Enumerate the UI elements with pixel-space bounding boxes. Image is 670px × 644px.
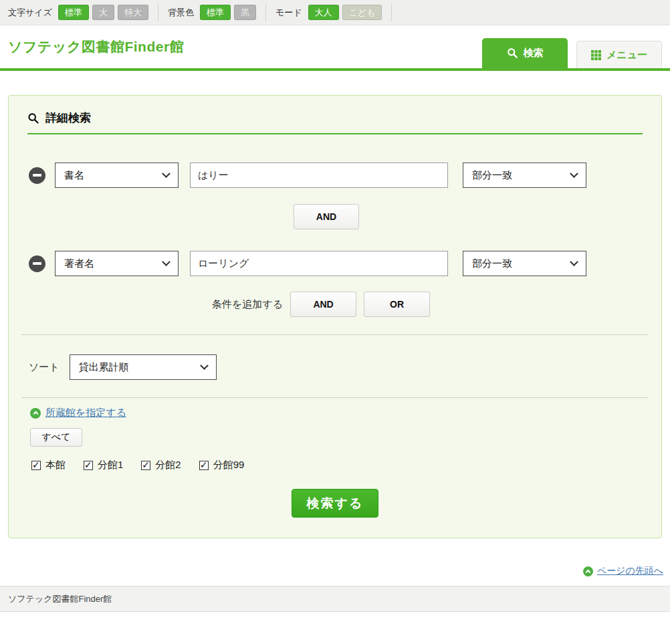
field-select-2-value: 著者名: [64, 257, 94, 270]
library-toggle-link[interactable]: 所蔵館を指定する: [45, 407, 126, 419]
collapse-up-icon: [30, 408, 41, 419]
keyword-input-2[interactable]: [190, 251, 448, 276]
condition-row-1: 書名 部分一致: [29, 163, 649, 188]
checkbox-checked-icon[interactable]: [141, 461, 150, 470]
add-and-button[interactable]: AND: [290, 292, 356, 317]
divider: [22, 334, 648, 335]
checkbox-checked-icon[interactable]: [84, 461, 93, 470]
library-label: 分館99: [213, 459, 245, 471]
header-tabs: 検索 メニュー: [482, 38, 662, 68]
field-select-1-value: 書名: [64, 169, 84, 182]
library-label: 分館1: [98, 459, 123, 471]
match-select-1[interactable]: 部分一致: [463, 163, 586, 188]
library-label: 分館2: [155, 459, 181, 471]
library-checkbox-bunkan2[interactable]: 分館2: [141, 459, 181, 471]
library-checkboxes-row: 本館 分館1 分館2 分館99: [31, 459, 649, 471]
sort-select-value: 貸出累計順: [79, 361, 129, 374]
checkbox-checked-icon[interactable]: [199, 461, 209, 470]
bottom-spacer: [0, 612, 670, 644]
field-select-1[interactable]: 書名: [55, 163, 179, 188]
panel-title: 詳細検索: [45, 110, 91, 126]
library-toggle-row: 所蔵館を指定する: [30, 407, 649, 419]
chevron-down-icon: [162, 169, 171, 178]
tab-menu-label: メニュー: [606, 49, 647, 62]
add-condition-row: 条件を追加する AND OR: [212, 292, 649, 317]
remove-condition-icon[interactable]: [29, 167, 45, 184]
sort-select[interactable]: 貸出累計順: [70, 354, 217, 380]
font-size-xlarge-button[interactable]: 特大: [118, 5, 148, 20]
font-size-large-button[interactable]: 大: [92, 5, 114, 20]
search-submit-row: 検索する: [21, 489, 649, 518]
library-checkbox-honkan[interactable]: 本館: [31, 459, 66, 471]
tab-search-label: 検索: [524, 47, 544, 60]
match-select-2[interactable]: 部分一致: [463, 251, 586, 276]
connector-and-button[interactable]: AND: [294, 204, 359, 229]
mode-label: モード: [275, 7, 302, 19]
match-select-1-value: 部分一致: [472, 169, 512, 182]
accessibility-toolbar: 文字サイズ 標準 大 特大 背景色 標準 黒 モード 大人 こども: [0, 0, 670, 25]
chevron-down-icon: [162, 257, 171, 266]
background-color-group: 背景色 標準 黒: [168, 5, 256, 20]
add-condition-label: 条件を追加する: [212, 298, 283, 311]
chevron-down-icon: [570, 169, 578, 178]
toolbar-separator: [158, 3, 158, 21]
mode-kids-button[interactable]: こども: [342, 5, 382, 20]
field-select-2[interactable]: 著者名: [55, 251, 179, 276]
library-checkbox-bunkan1[interactable]: 分館1: [84, 459, 123, 471]
bg-black-button[interactable]: 黒: [234, 5, 256, 20]
background-color-label: 背景色: [168, 7, 194, 19]
library-label: 本館: [45, 459, 66, 471]
site-footer: ソフテック図書館Finder館: [0, 586, 670, 612]
font-size-label: 文字サイズ: [8, 7, 52, 19]
advanced-search-panel: 詳細検索 書名 部分一致 AND 著者名 部: [8, 95, 662, 538]
page-top-link[interactable]: ページの先頭へ: [597, 565, 663, 577]
remove-condition-icon[interactable]: [29, 255, 45, 272]
toolbar-separator: [391, 3, 392, 21]
footer-site-name: ソフテック図書館Finder館: [8, 593, 112, 605]
checkbox-checked-icon[interactable]: [31, 461, 41, 470]
font-size-group: 文字サイズ 標準 大 特大: [8, 5, 148, 20]
page-top-up-icon: [583, 566, 593, 576]
site-title: ソフテック図書館Finder館: [8, 37, 184, 56]
library-checkbox-bunkan99[interactable]: 分館99: [199, 459, 245, 471]
font-size-standard-button[interactable]: 標準: [58, 5, 89, 20]
keyword-input-1[interactable]: [190, 163, 448, 188]
mode-adult-button[interactable]: 大人: [308, 5, 339, 20]
main-content: 詳細検索 書名 部分一致 AND 著者名 部: [0, 95, 670, 577]
search-icon: [507, 47, 518, 59]
tab-menu[interactable]: メニュー: [576, 41, 662, 68]
page-top-row: ページの先頭へ: [0, 565, 663, 577]
panel-heading: 詳細検索: [27, 110, 643, 134]
add-or-button[interactable]: OR: [364, 292, 430, 317]
header-accent-bar: [0, 68, 670, 71]
sort-label: ソート: [29, 361, 60, 374]
chevron-down-icon: [570, 257, 578, 266]
search-icon: [27, 112, 39, 124]
chevron-down-icon: [200, 361, 209, 370]
toolbar-separator: [265, 3, 266, 21]
match-select-2-value: 部分一致: [472, 257, 512, 270]
condition-row-2: 著者名 部分一致: [29, 251, 649, 276]
search-submit-button[interactable]: 検索する: [292, 489, 378, 518]
bg-standard-button[interactable]: 標準: [200, 5, 231, 20]
divider: [22, 397, 648, 398]
select-all-libraries-button[interactable]: すべて: [30, 428, 82, 447]
menu-grid-icon: [591, 50, 601, 60]
mode-group: モード 大人 こども: [275, 5, 382, 20]
site-header: ソフテック図書館Finder館 検索 メニュー: [0, 25, 670, 71]
sort-row: ソート 貸出累計順: [29, 354, 649, 380]
tab-search[interactable]: 検索: [482, 38, 568, 68]
